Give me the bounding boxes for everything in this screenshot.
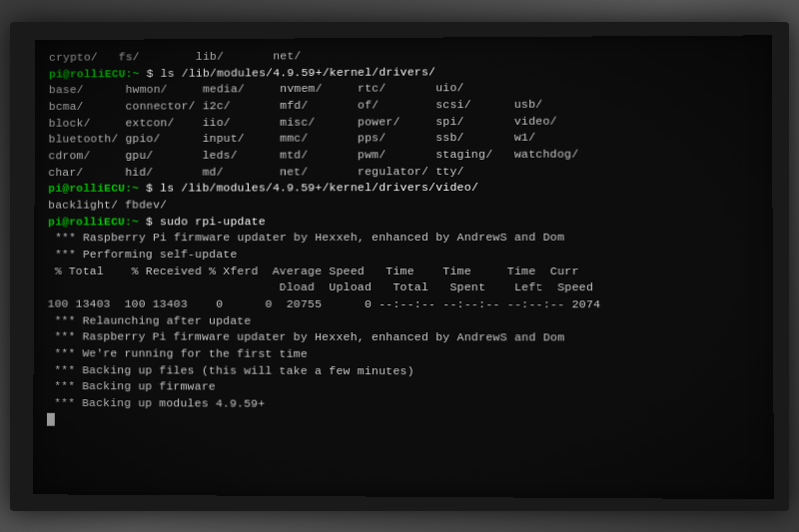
terminal-line: bluetooth/ gpio/ input/ mmc/ pps/ ssb/ w… xyxy=(49,129,758,148)
terminal-line: block/ extcon/ iio/ misc/ power/ spi/ vi… xyxy=(49,112,758,132)
terminal-line: pi@rolliECU:~ $ ls /lib/modules/4.9.59+/… xyxy=(48,179,758,197)
terminal-line: *** Backing up firmware xyxy=(47,378,759,397)
terminal-content: crypto/ fs/ lib/ net/pi@rolliECU:~ $ ls … xyxy=(47,45,759,431)
terminal-line: backlight/ fbdev/ xyxy=(48,196,758,214)
terminal-line: *** We're running for the first time xyxy=(47,345,759,364)
terminal-prompt: pi@rolliECU:~ xyxy=(48,215,139,228)
terminal-line: *** Backing up files (this will take a f… xyxy=(47,361,759,380)
terminal-screen: crypto/ fs/ lib/ net/pi@rolliECU:~ $ ls … xyxy=(33,35,774,499)
terminal-command: $ ls /lib/modules/4.9.59+/kernel/drivers… xyxy=(140,65,436,80)
terminal-cursor xyxy=(47,412,55,425)
terminal-prompt: pi@rolliECU:~ xyxy=(48,182,139,195)
terminal-line: cdrom/ gpu/ leds/ mtd/ pwm/ staging/ wat… xyxy=(48,146,758,165)
terminal-line: *** Performing self-update xyxy=(48,246,759,263)
terminal-command: $ ls /lib/modules/4.9.59+/kernel/drivers… xyxy=(139,181,478,195)
terminal-line: 100 13403 100 13403 0 0 20755 0 --:--:--… xyxy=(48,295,759,312)
terminal-line: % Total % Received % Xferd Average Speed… xyxy=(48,263,759,279)
terminal-command: $ sudo rpi-update xyxy=(139,214,266,227)
terminal-prompt: pi@rolliECU:~ xyxy=(49,66,140,79)
terminal-line: *** Raspberry Pi firmware updater by Hex… xyxy=(47,328,758,346)
terminal-line: char/ hid/ md/ net/ regulator/ tty/ xyxy=(48,162,758,181)
monitor-frame: crypto/ fs/ lib/ net/pi@rolliECU:~ $ ls … xyxy=(10,22,789,511)
terminal-line: *** Relaunching after update xyxy=(48,312,759,330)
terminal-line: *** Raspberry Pi firmware updater by Hex… xyxy=(48,230,758,247)
terminal-line: *** Backing up modules 4.9.59+ xyxy=(47,394,759,414)
terminal-line: Dload Upload Total Spent Left Speed xyxy=(48,279,759,296)
terminal-line: pi@rolliECU:~ $ sudo rpi-update xyxy=(48,213,758,231)
terminal-line xyxy=(47,411,759,431)
